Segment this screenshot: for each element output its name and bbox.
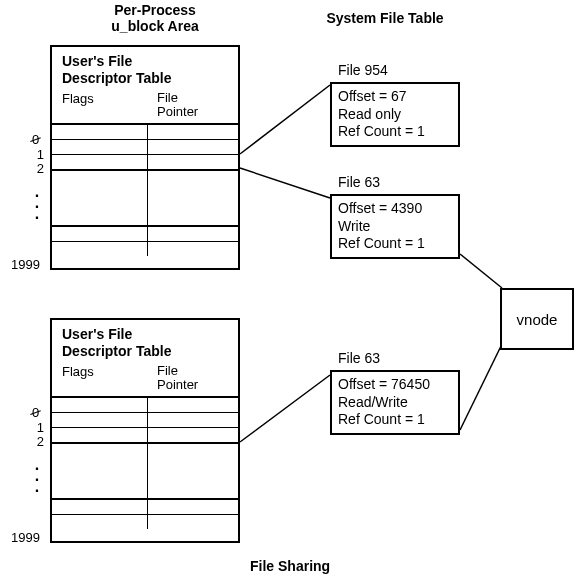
fdt-a-dots: ... xyxy=(30,186,44,220)
fdt-a-rows xyxy=(52,123,238,256)
vnode-label: vnode xyxy=(517,311,558,328)
sysfile-1-box: Offset = 4390 Write Ref Count = 1 xyxy=(330,194,460,259)
sysfile-2-label: File 63 xyxy=(338,350,380,366)
sysfile-2-box: Offset = 76450 Read/Write Ref Count = 1 xyxy=(330,370,460,435)
table-row xyxy=(52,398,238,413)
col-flags: Flags xyxy=(52,91,157,120)
sysfile-2-mode: Read/Write xyxy=(338,394,452,412)
sysfile-0-offset: Offset = 67 xyxy=(338,88,452,106)
fdt-b-idx-1: 1 xyxy=(10,421,44,434)
right-header: System File Table xyxy=(326,10,443,26)
sysfile-0-mode: Read only xyxy=(338,106,452,124)
table-row xyxy=(52,413,238,428)
sysfile-0-label: File 954 xyxy=(338,62,388,78)
fdt-a-colhdrs: Flags File Pointer xyxy=(52,89,238,124)
table-row xyxy=(52,428,238,443)
svg-line-4 xyxy=(460,344,502,430)
svg-line-3 xyxy=(460,254,502,288)
fdt-a-idx-0: 0 xyxy=(32,133,39,146)
col-file-pointer: File Pointer xyxy=(157,364,227,393)
col-flags: Flags xyxy=(52,364,157,393)
sysfile-2-offset: Offset = 76450 xyxy=(338,376,452,394)
fdt-a-idx-last: 1999 xyxy=(6,258,40,271)
left-column-header: Per-Process u_block Area xyxy=(90,2,220,34)
svg-line-2 xyxy=(240,375,330,442)
fdt-b-dots: ... xyxy=(30,459,44,493)
table-row xyxy=(52,500,238,515)
fd-table-b: User's File Descriptor Table Flags File … xyxy=(50,318,240,543)
col-file-pointer: File Pointer xyxy=(157,91,227,120)
table-row-gap xyxy=(52,443,238,500)
sysfile-0-box: Offset = 67 Read only Ref Count = 1 xyxy=(330,82,460,147)
svg-line-0 xyxy=(240,85,330,154)
fdt-a-idx-1: 1 xyxy=(10,148,44,161)
sysfile-1-offset: Offset = 4390 xyxy=(338,200,452,218)
table-row xyxy=(52,125,238,140)
diagram-stage: Per-Process u_block Area System File Tab… xyxy=(0,0,583,580)
fdt-b-colhdrs: Flags File Pointer xyxy=(52,362,238,397)
left-header-l2: u_block Area xyxy=(111,18,198,34)
table-row xyxy=(52,155,238,170)
table-row xyxy=(52,140,238,155)
sysfile-1-refcount: Ref Count = 1 xyxy=(338,235,452,253)
table-row xyxy=(52,227,238,242)
sysfile-2-refcount: Ref Count = 1 xyxy=(338,411,452,429)
fdt-a-title: User's File Descriptor Table xyxy=(52,47,238,89)
left-header-l1: Per-Process xyxy=(114,2,196,18)
diagram-caption: File Sharing xyxy=(250,558,330,574)
vnode-box: vnode xyxy=(500,288,574,350)
fdt-a-idx-2: 2 xyxy=(10,162,44,175)
right-column-header: System File Table xyxy=(300,10,470,26)
fdt-b-title: User's File Descriptor Table xyxy=(52,320,238,362)
table-row xyxy=(52,242,238,256)
sysfile-0-refcount: Ref Count = 1 xyxy=(338,123,452,141)
svg-line-1 xyxy=(240,168,330,198)
fd-table-a: User's File Descriptor Table Flags File … xyxy=(50,45,240,270)
table-row xyxy=(52,515,238,529)
table-row-gap xyxy=(52,170,238,227)
fdt-b-idx-last: 1999 xyxy=(6,531,40,544)
sysfile-1-mode: Write xyxy=(338,218,452,236)
sysfile-1-label: File 63 xyxy=(338,174,380,190)
fdt-b-rows xyxy=(52,396,238,529)
fdt-b-idx-0: 0 xyxy=(32,406,39,419)
fdt-b-idx-2: 2 xyxy=(10,435,44,448)
